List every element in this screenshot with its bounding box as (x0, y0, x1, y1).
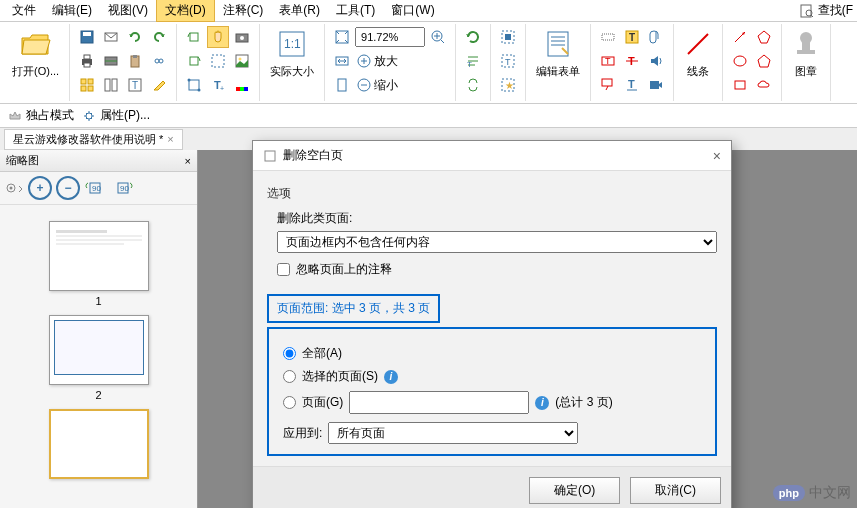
thumbnail-3[interactable] (8, 409, 189, 479)
attachment-icon[interactable] (645, 26, 667, 48)
svg-point-32 (198, 89, 201, 92)
panel-close-icon[interactable]: × (185, 155, 191, 167)
stamp-button[interactable]: 图章 (786, 24, 826, 81)
fit-height-icon[interactable] (331, 74, 353, 96)
underline-icon[interactable]: T (621, 74, 643, 96)
select-tool-icon[interactable] (207, 50, 229, 72)
radio-pages[interactable] (283, 396, 296, 409)
page-input[interactable] (349, 391, 529, 414)
form-text-icon[interactable]: T (497, 50, 519, 72)
menu-edit[interactable]: 编辑(E) (44, 0, 100, 21)
svg-text:90: 90 (120, 184, 129, 193)
exclusive-mode-button[interactable]: 独占模式 (8, 107, 74, 124)
zoom-plus-icon[interactable] (427, 26, 449, 48)
pentagon-icon[interactable] (753, 50, 775, 72)
zoom-in-icon[interactable]: 放大 (355, 50, 399, 72)
radio-selected[interactable] (283, 370, 296, 383)
text-tool-icon[interactable]: T (621, 26, 643, 48)
rotate-left-thumb-icon[interactable]: 90 (84, 178, 108, 198)
strikethrough-icon[interactable]: T (621, 50, 643, 72)
svg-line-74 (688, 34, 708, 54)
menu-file[interactable]: 文件 (4, 0, 44, 21)
rectangle-icon[interactable] (729, 74, 751, 96)
ignore-annotations-checkbox[interactable] (277, 263, 290, 276)
text-box-icon[interactable]: T (597, 50, 619, 72)
gear-icon (82, 109, 96, 123)
radio-all[interactable] (283, 347, 296, 360)
form-star-icon[interactable]: ★ (497, 74, 519, 96)
refresh-icon[interactable] (462, 26, 484, 48)
fit-page-icon[interactable] (331, 26, 353, 48)
open-button[interactable]: 打开(O)... (6, 24, 65, 81)
rotate-left-icon[interactable] (183, 26, 205, 48)
redo-icon[interactable] (148, 26, 170, 48)
ok-button[interactable]: 确定(O) (529, 477, 620, 504)
svg-rect-35 (236, 87, 240, 91)
apply-to-select[interactable]: 所有页面 (328, 422, 578, 444)
rotate-right-thumb-icon[interactable]: 90 (112, 178, 136, 198)
sync-icon[interactable] (462, 74, 484, 96)
rotate-right-icon[interactable] (183, 50, 205, 72)
text-reflow-icon[interactable]: T (462, 50, 484, 72)
thumbnail-icon[interactable] (76, 74, 98, 96)
thumbnail-1[interactable]: 1 (8, 221, 189, 307)
zoom-input[interactable] (355, 27, 425, 47)
polygon-icon[interactable] (753, 26, 775, 48)
menu-document[interactable]: 文档(D) (156, 0, 215, 22)
hand-tool-icon[interactable] (207, 26, 229, 48)
document-tab[interactable]: 星云游戏修改器软件使用说明 * × (4, 129, 183, 150)
gear-dropdown-icon[interactable] (4, 180, 24, 196)
doc-pair-icon[interactable] (100, 74, 122, 96)
properties-button[interactable]: 属性(P)... (82, 107, 150, 124)
menu-tool[interactable]: 工具(T) (328, 0, 383, 21)
info-icon-2[interactable]: i (535, 396, 549, 410)
arrow-icon[interactable] (729, 26, 751, 48)
image-icon[interactable] (231, 50, 253, 72)
fit-width-icon[interactable] (331, 50, 353, 72)
menu-form[interactable]: 表单(R) (271, 0, 328, 21)
cloud-icon[interactable] (753, 74, 775, 96)
ellipse-icon[interactable] (729, 50, 751, 72)
edit-form-button[interactable]: 编辑表单 (530, 24, 586, 81)
sound-icon[interactable] (645, 50, 667, 72)
actual-size-button[interactable]: 1:1 实际大小 (264, 24, 320, 81)
form-field-icon[interactable] (597, 26, 619, 48)
radio-selected-label: 选择的页面(S) (302, 368, 378, 385)
menu-find[interactable]: 查找(F (818, 2, 853, 19)
zoom-out-thumb-icon[interactable]: − (56, 176, 80, 200)
cancel-button[interactable]: 取消(C) (630, 477, 721, 504)
svg-rect-0 (801, 5, 811, 17)
pen-icon[interactable] (148, 74, 170, 96)
scan-icon[interactable] (100, 50, 122, 72)
video-icon[interactable] (645, 74, 667, 96)
info-icon[interactable]: i (384, 370, 398, 384)
lines-button[interactable]: 线条 (678, 24, 718, 81)
zoom-out-icon[interactable]: 缩小 (355, 74, 399, 96)
close-icon[interactable]: × (713, 148, 721, 164)
zoom-in-thumb-icon[interactable]: + (28, 176, 52, 200)
radio-pages-label: 页面(G) (302, 394, 343, 411)
mail-icon[interactable] (100, 26, 122, 48)
menu-view[interactable]: 视图(V) (100, 0, 156, 21)
text-insert-icon[interactable]: T+ (207, 74, 229, 96)
delete-type-select[interactable]: 页面边框内不包含任何内容 (277, 231, 717, 253)
save-icon[interactable] (76, 26, 98, 48)
find-icon[interactable] (800, 4, 814, 18)
close-tab-icon[interactable]: × (167, 133, 173, 145)
form-align-icon[interactable] (497, 26, 519, 48)
svg-rect-14 (159, 59, 163, 63)
svg-text:90: 90 (92, 184, 101, 193)
print-icon[interactable] (76, 50, 98, 72)
callout-icon[interactable] (597, 74, 619, 96)
undo-icon[interactable] (124, 26, 146, 48)
thumbnail-2[interactable]: 2 (8, 315, 189, 401)
menu-comment[interactable]: 注释(C) (215, 0, 272, 21)
crop-icon[interactable] (183, 74, 205, 96)
color-picker-icon[interactable] (231, 74, 253, 96)
link-icon[interactable] (148, 50, 170, 72)
menubar: 文件 编辑(E) 视图(V) 文档(D) 注释(C) 表单(R) 工具(T) 窗… (0, 0, 857, 22)
clipboard-icon[interactable] (124, 50, 146, 72)
camera-icon[interactable] (231, 26, 253, 48)
menu-window[interactable]: 窗口(W) (383, 0, 442, 21)
text-move-icon[interactable]: T (124, 74, 146, 96)
